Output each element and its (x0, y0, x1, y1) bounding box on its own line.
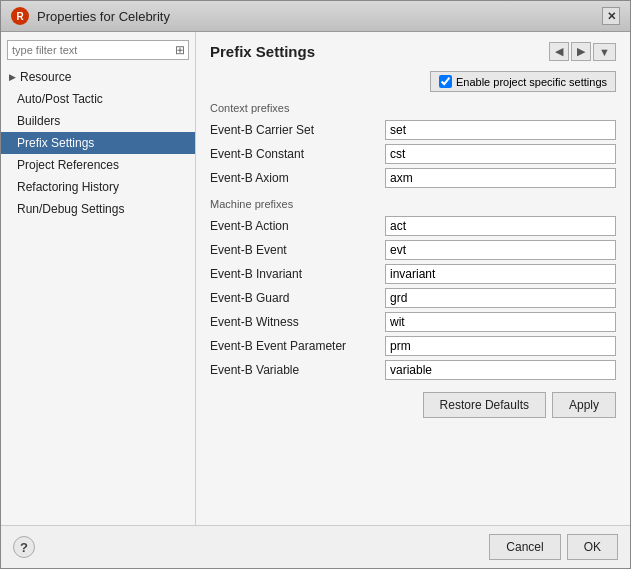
action-input[interactable] (385, 216, 616, 236)
invariant-label: Event-B Invariant (210, 267, 385, 281)
witness-input[interactable] (385, 312, 616, 332)
filter-icon: ⊞ (175, 43, 185, 57)
sidebar-item-project-references[interactable]: Project References (1, 154, 195, 176)
content-panel: Prefix Settings ◀ ▶ ▼ Enable project spe… (196, 32, 630, 525)
event-label: Event-B Event (210, 243, 385, 257)
filter-input[interactable] (7, 40, 189, 60)
sidebar-item-label: Run/Debug Settings (17, 202, 124, 216)
sidebar-item-label: Project References (17, 158, 119, 172)
event-parameter-input[interactable] (385, 336, 616, 356)
enable-label-text: Enable project specific settings (456, 76, 607, 88)
form-row-witness: Event-B Witness (210, 312, 616, 332)
sidebar-item-label: Auto/Post Tactic (17, 92, 103, 106)
sidebar-item-run-debug-settings[interactable]: Run/Debug Settings (1, 198, 195, 220)
form-row-variable: Event-B Variable (210, 360, 616, 380)
page-title: Prefix Settings (210, 43, 315, 60)
dialog: R Properties for Celebrity ✕ ⊞ ▶ Resourc… (0, 0, 631, 569)
sidebar-item-prefix-settings[interactable]: Prefix Settings (1, 132, 195, 154)
carrier-set-label: Event-B Carrier Set (210, 123, 385, 137)
sidebar-item-label: Prefix Settings (17, 136, 94, 150)
form-row-event-parameter: Event-B Event Parameter (210, 336, 616, 356)
form-row-axiom: Event-B Axiom (210, 168, 616, 188)
form-row-constant: Event-B Constant (210, 144, 616, 164)
sidebar-item-label: Refactoring History (17, 180, 119, 194)
enable-checkbox-row: Enable project specific settings (210, 71, 616, 92)
sidebar: ⊞ ▶ Resource Auto/Post Tactic Builders P… (1, 32, 196, 525)
sidebar-item-auto-post-tactic[interactable]: Auto/Post Tactic (1, 88, 195, 110)
constant-label: Event-B Constant (210, 147, 385, 161)
event-input[interactable] (385, 240, 616, 260)
dialog-title: Properties for Celebrity (37, 9, 170, 24)
nav-back-button[interactable]: ◀ (549, 42, 569, 61)
form-row-invariant: Event-B Invariant (210, 264, 616, 284)
form-row-action: Event-B Action (210, 216, 616, 236)
title-bar-left: R Properties for Celebrity (11, 7, 170, 25)
main-content: ⊞ ▶ Resource Auto/Post Tactic Builders P… (1, 32, 630, 525)
axiom-label: Event-B Axiom (210, 171, 385, 185)
form-row-guard: Event-B Guard (210, 288, 616, 308)
form-row-carrier-set: Event-B Carrier Set (210, 120, 616, 140)
guard-input[interactable] (385, 288, 616, 308)
machine-prefixes-label: Machine prefixes (210, 198, 616, 210)
button-row: Restore Defaults Apply (210, 392, 616, 418)
variable-label: Event-B Variable (210, 363, 385, 377)
dialog-footer: ? Cancel OK (1, 525, 630, 568)
nav-arrows: ◀ ▶ ▼ (549, 42, 616, 61)
sidebar-item-builders[interactable]: Builders (1, 110, 195, 132)
cancel-button[interactable]: Cancel (489, 534, 560, 560)
filter-box: ⊞ (7, 40, 189, 60)
sidebar-item-label: Resource (20, 70, 71, 84)
ok-button[interactable]: OK (567, 534, 618, 560)
arrow-icon: ▶ (9, 72, 16, 82)
constant-input[interactable] (385, 144, 616, 164)
content-header: Prefix Settings ◀ ▶ ▼ (210, 42, 616, 61)
sidebar-item-refactoring-history[interactable]: Refactoring History (1, 176, 195, 198)
sidebar-item-label: Builders (17, 114, 60, 128)
help-button[interactable]: ? (13, 536, 35, 558)
form-row-event: Event-B Event (210, 240, 616, 260)
event-parameter-label: Event-B Event Parameter (210, 339, 385, 353)
close-button[interactable]: ✕ (602, 7, 620, 25)
guard-label: Event-B Guard (210, 291, 385, 305)
axiom-input[interactable] (385, 168, 616, 188)
restore-defaults-button[interactable]: Restore Defaults (423, 392, 546, 418)
invariant-input[interactable] (385, 264, 616, 284)
carrier-set-input[interactable] (385, 120, 616, 140)
nav-dropdown-button[interactable]: ▼ (593, 43, 616, 61)
app-icon: R (11, 7, 29, 25)
context-prefixes-label: Context prefixes (210, 102, 616, 114)
title-bar: R Properties for Celebrity ✕ (1, 1, 630, 32)
enable-checkbox[interactable] (439, 75, 452, 88)
enable-label[interactable]: Enable project specific settings (430, 71, 616, 92)
action-label: Event-B Action (210, 219, 385, 233)
sidebar-item-resource[interactable]: ▶ Resource (1, 66, 195, 88)
apply-button[interactable]: Apply (552, 392, 616, 418)
nav-forward-button[interactable]: ▶ (571, 42, 591, 61)
witness-label: Event-B Witness (210, 315, 385, 329)
footer-buttons: Cancel OK (489, 534, 618, 560)
variable-input[interactable] (385, 360, 616, 380)
